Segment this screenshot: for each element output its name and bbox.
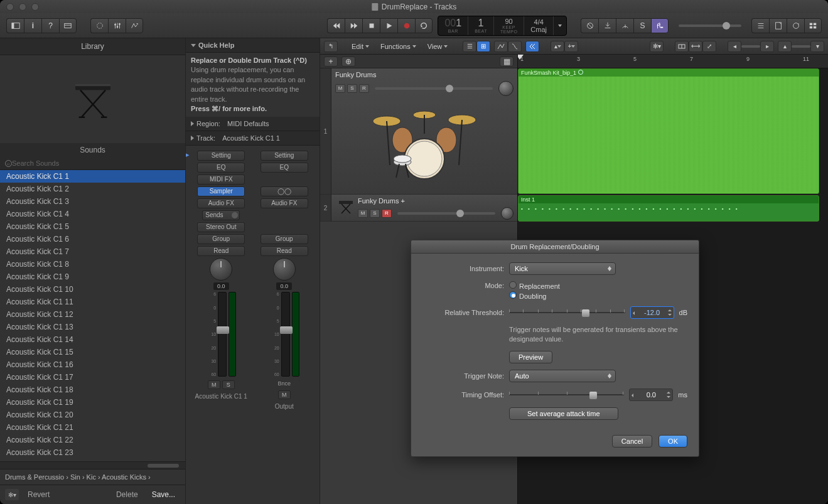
stereo-mode-button[interactable]: ◯◯ <box>261 186 308 196</box>
edit-menu[interactable]: Edit <box>348 41 373 51</box>
hzoom-in-icon[interactable]: ▸ <box>760 41 774 52</box>
eq-button[interactable]: EQ <box>197 163 245 173</box>
audiofx-button[interactable]: Audio FX <box>197 198 245 208</box>
play-button[interactable] <box>380 18 397 33</box>
instrument-slot[interactable]: Sampler <box>197 186 245 196</box>
midi-region[interactable]: Inst 1 • • • • • • • • • • • • • • • • •… <box>518 195 819 222</box>
automation-button[interactable]: Read <box>261 246 308 256</box>
sound-item[interactable]: Acoustic Kick C1 8 <box>0 258 185 271</box>
low-latency-icon[interactable] <box>598 18 616 33</box>
tuner-icon[interactable] <box>616 18 633 33</box>
quickhelp-toggle-icon[interactable]: ? <box>41 18 59 33</box>
db-readout[interactable]: 0.0 <box>213 282 229 290</box>
sound-item[interactable]: Acoustic Kick C1 15 <box>0 346 185 358</box>
region-header[interactable]: Region: MIDI Defaults <box>186 117 320 131</box>
hzoom-slider[interactable] <box>741 45 760 48</box>
sound-item[interactable]: Acoustic Kick C1 20 <box>0 409 185 421</box>
track-number[interactable]: 1 <box>320 68 331 194</box>
library-toggle-icon[interactable] <box>6 18 24 33</box>
alt-tool-icon[interactable]: + <box>564 41 578 52</box>
mode-radio-replacement[interactable] <box>509 281 517 289</box>
functions-menu[interactable]: Functions <box>377 41 420 51</box>
toolbar-toggle-icon[interactable] <box>59 18 77 33</box>
pan-knob[interactable] <box>210 258 232 281</box>
lcd-menu-icon[interactable] <box>558 24 562 27</box>
track-pan-knob[interactable] <box>498 81 513 96</box>
library-search[interactable]: ⌕ <box>0 157 185 170</box>
record-enable-button[interactable]: R <box>359 84 369 93</box>
sound-item[interactable]: Acoustic Kick C1 22 <box>0 434 185 446</box>
mute-button[interactable]: M <box>278 390 291 399</box>
editors-icon[interactable] <box>126 18 143 33</box>
midifx-button[interactable]: MIDI FX <box>197 174 245 185</box>
sound-item[interactable]: Acoustic Kick C1 10 <box>0 283 185 296</box>
snap-icon[interactable] <box>675 41 689 52</box>
sound-item[interactable]: Acoustic Kick C1 1 <box>0 170 185 183</box>
revert-button[interactable]: Revert <box>23 488 55 501</box>
ok-button[interactable]: OK <box>659 435 687 448</box>
group-button[interactable]: Group <box>197 234 245 244</box>
browsers-icon[interactable] <box>804 18 822 33</box>
audio-region[interactable]: FunkSmash Kit_bip_1 <box>518 68 819 194</box>
vert-zoom-fit-icon[interactable]: ⤢ <box>702 41 716 52</box>
search-input[interactable] <box>12 159 180 167</box>
catch-playhead-icon[interactable] <box>525 41 539 52</box>
notepad-icon[interactable] <box>769 18 787 33</box>
threshold-slider[interactable] <box>509 308 625 317</box>
inspector-toggle-icon[interactable]: i <box>24 18 41 33</box>
add-track-button[interactable]: + <box>324 56 338 67</box>
global-tracks-button[interactable]: ▦ <box>500 56 513 67</box>
zoom-window[interactable] <box>31 3 39 11</box>
quickhelp-header[interactable]: Quick Help <box>186 38 320 53</box>
flex-view-icon[interactable]: ⊞ <box>476 41 490 52</box>
output-button[interactable]: Stereo Out <box>197 222 245 232</box>
sound-item[interactable]: Acoustic Kick C1 17 <box>0 371 185 383</box>
smart-controls-icon[interactable] <box>90 18 108 33</box>
mixer-icon[interactable] <box>108 18 126 33</box>
track-header-inspector[interactable]: Track: Acoustic Kick C1 1 <box>186 131 320 146</box>
loop-browser-icon[interactable] <box>787 18 804 33</box>
volume-fader[interactable] <box>281 292 290 377</box>
trigger-note-select[interactable]: Auto <box>509 370 616 382</box>
mute-button[interactable]: M <box>335 84 345 93</box>
track-number[interactable]: 2 <box>320 195 331 221</box>
library-action-menu[interactable]: ✻▾ <box>5 489 19 500</box>
setting-button[interactable]: Setting <box>261 151 308 161</box>
back-icon[interactable]: ↰ <box>324 41 338 52</box>
pan-knob[interactable] <box>273 258 296 281</box>
settings-gear-icon[interactable]: ✻▾ <box>650 41 664 52</box>
sound-item[interactable]: Acoustic Kick C1 16 <box>0 358 185 371</box>
timeline-ruler[interactable]: 1 3 5 7 9 11 <box>518 55 828 68</box>
sound-item[interactable]: Acoustic Kick C1 6 <box>0 233 185 245</box>
sound-item[interactable]: Acoustic Kick C1 3 <box>0 195 185 208</box>
cancel-button[interactable]: Cancel <box>612 435 652 448</box>
sound-item[interactable]: Acoustic Kick C1 19 <box>0 396 185 409</box>
record-button[interactable] <box>397 18 415 33</box>
mute-button[interactable]: M <box>208 380 220 389</box>
solo-mode-icon[interactable]: S <box>633 18 651 33</box>
audiofx-button[interactable]: Audio FX <box>261 198 308 208</box>
save-button[interactable]: Save... <box>147 488 180 501</box>
vzoom-in-icon[interactable]: ▾ <box>810 41 824 52</box>
track-volume-slider[interactable] <box>397 212 495 215</box>
sends-button[interactable]: Sends <box>202 210 240 220</box>
solo-button[interactable]: S <box>370 209 380 218</box>
cycle-button[interactable] <box>415 18 433 33</box>
sound-item[interactable]: Acoustic Kick C1 18 <box>0 383 185 396</box>
sound-item[interactable]: Acoustic Kick C1 4 <box>0 208 185 220</box>
preview-button[interactable]: Preview <box>509 351 552 363</box>
vzoom-out-icon[interactable]: ▴ <box>778 41 792 52</box>
automation-view-icon[interactable]: ☰ <box>463 41 476 52</box>
library-breadcrumb[interactable]: Drums & Percussio › Sin › Kic › Acoustic… <box>0 469 185 485</box>
mute-button[interactable]: M <box>358 209 368 218</box>
setting-button[interactable]: Setting <box>197 151 245 161</box>
sound-item[interactable]: Acoustic Kick C1 7 <box>0 245 185 258</box>
timing-field[interactable]: 0.0 <box>629 389 673 401</box>
eq-button[interactable]: EQ <box>261 163 308 173</box>
automation-button[interactable]: Read <box>197 246 245 256</box>
volume-fader[interactable] <box>218 292 227 377</box>
record-enable-button[interactable]: R <box>382 209 392 218</box>
list-editors-icon[interactable] <box>751 18 769 33</box>
automation-icon[interactable] <box>494 41 508 52</box>
db-readout[interactable]: 0.0 <box>276 282 292 290</box>
